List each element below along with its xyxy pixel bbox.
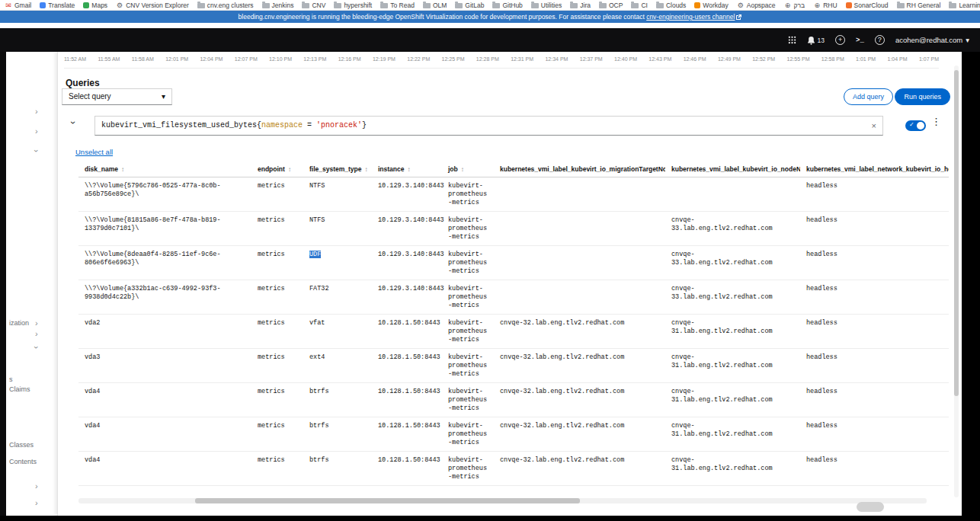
add-query-button[interactable]: Add query bbox=[844, 88, 893, 105]
cell-migration-target bbox=[494, 177, 665, 212]
bookmark-maps[interactable]: Maps bbox=[83, 2, 107, 9]
horizontal-scrollbar-track[interactable] bbox=[78, 498, 927, 503]
time-tick: 12:55 PM bbox=[787, 56, 810, 62]
nav-item[interactable]: › bbox=[6, 498, 57, 509]
bookmark-folder[interactable]: Jira bbox=[570, 2, 591, 9]
nav-item[interactable]: › bbox=[6, 343, 57, 353]
time-tick: 12:07 PM bbox=[235, 56, 258, 62]
bookmark-folder[interactable]: Utilities bbox=[531, 2, 562, 9]
promql-label: namespace bbox=[261, 121, 303, 129]
clear-query-icon[interactable]: × bbox=[872, 117, 876, 135]
time-tick: 12:16 PM bbox=[338, 56, 361, 62]
cell-instance: 10.129.3.140:8443 bbox=[372, 280, 442, 315]
bottom-edge bbox=[0, 516, 980, 521]
add-button[interactable]: + bbox=[835, 35, 845, 45]
bookmark-folder[interactable]: GitHub bbox=[492, 2, 522, 9]
scroll-indicator-pill[interactable] bbox=[857, 502, 884, 512]
nav-item-virtualization[interactable]: ization› bbox=[6, 318, 57, 329]
time-tick: 12:01 PM bbox=[165, 56, 188, 62]
nav-item[interactable]: › bbox=[6, 126, 57, 137]
bookmark-folder[interactable]: Clouds bbox=[656, 2, 686, 9]
query-expression-input[interactable]: kubevirt_vmi_filesystem_used_bytes{names… bbox=[94, 116, 883, 136]
nav-item[interactable]: › bbox=[6, 146, 57, 157]
cell-endpoint: metrics bbox=[251, 212, 303, 246]
bookmark-barak[interactable]: ⊕ברק bbox=[784, 2, 805, 9]
cell-instance: 10.128.1.50:8443 bbox=[372, 417, 442, 452]
bookmark-folder[interactable]: CI bbox=[631, 2, 648, 9]
nav-item[interactable]: › bbox=[6, 329, 57, 340]
column-header-headless-service[interactable]: kubernetes_vmi_label_network_kubevirt_io… bbox=[800, 163, 949, 177]
bookmark-folder[interactable]: OCP bbox=[599, 2, 623, 9]
cell-job: kubevirt-prometheus-metrics bbox=[442, 280, 494, 315]
bookmark-folder[interactable]: To Read bbox=[380, 2, 415, 9]
bookmark-sonarcloud[interactable]: SonarCloud bbox=[846, 2, 889, 9]
cell-headless: headless bbox=[800, 383, 949, 417]
cell-file-system-type: btrfs bbox=[303, 383, 372, 417]
chevron-right-icon: › bbox=[35, 329, 38, 338]
unselect-all-link[interactable]: Unselect all bbox=[75, 148, 113, 156]
chevron-right-icon: › bbox=[35, 318, 38, 328]
external-link-icon bbox=[736, 11, 741, 24]
bookmark-rhu[interactable]: ⊕RHU bbox=[813, 2, 837, 9]
cell-headless: headless bbox=[800, 177, 949, 212]
query-kebab-menu[interactable]: ⋮ bbox=[931, 116, 941, 127]
select-query-dropdown[interactable]: Select query ▾ bbox=[62, 88, 172, 105]
bookmark-folder[interactable]: OLM bbox=[423, 2, 447, 9]
notifications-button[interactable]: 13 bbox=[807, 36, 825, 45]
column-header-node-name[interactable]: kubernetes_vmi_label_kubevirt_io_nodeNam… bbox=[665, 163, 800, 177]
nav-item[interactable]: s bbox=[6, 375, 57, 385]
sort-icon[interactable]: ↕ bbox=[461, 166, 464, 173]
app-launcher-button[interactable] bbox=[788, 36, 796, 44]
bookmark-folder[interactable]: GitLab bbox=[455, 2, 484, 9]
bookmark-folder[interactable]: CNV bbox=[302, 2, 325, 9]
column-header-migration-target[interactable]: kubernetes_vmi_label_kubevirt_io_migrati… bbox=[494, 163, 665, 177]
bookmark-workday[interactable]: Workday bbox=[694, 2, 728, 9]
bookmark-label: cnv.eng clusters bbox=[207, 2, 254, 9]
banner-link[interactable]: cnv-engineering-users channel bbox=[646, 13, 735, 21]
bookmark-folder[interactable]: cnv.eng clusters bbox=[197, 2, 254, 9]
user-menu[interactable]: acohen@redhat.com▾ bbox=[895, 36, 969, 44]
browser-gap bbox=[0, 23, 980, 28]
bookmark-folder[interactable]: Learning bbox=[949, 2, 980, 9]
nav-item-contents[interactable]: Contents bbox=[6, 457, 57, 468]
sort-icon[interactable]: ↕ bbox=[288, 166, 291, 173]
promql-value: 'pnoracek' bbox=[316, 121, 362, 129]
bookmark-folder[interactable]: Jenkins bbox=[262, 2, 294, 9]
column-header-file-system-type[interactable]: file_system_type↕ bbox=[303, 163, 372, 177]
column-header-instance[interactable]: instance↕ bbox=[372, 163, 442, 177]
web-terminal-button[interactable]: >_ bbox=[856, 37, 864, 44]
gear-icon: ⚙ bbox=[737, 2, 745, 9]
bookmark-folder[interactable]: RH General bbox=[897, 2, 941, 9]
bell-icon bbox=[807, 36, 815, 45]
bookmark-cnv-version-explorer[interactable]: ⚙CNV Version Explorer bbox=[116, 2, 189, 9]
column-header-job[interactable]: job↕ bbox=[442, 163, 494, 177]
nav-item[interactable]: › bbox=[6, 481, 57, 492]
query-expand-chevron[interactable]: › bbox=[68, 121, 78, 124]
bookmark-aopspace[interactable]: ⚙Aopspace bbox=[737, 2, 776, 9]
query-enabled-toggle[interactable]: ✓ bbox=[905, 120, 926, 131]
bookmark-label: Translate bbox=[48, 2, 75, 9]
time-tick: 12:22 PM bbox=[407, 56, 430, 62]
chevron-down-icon: › bbox=[32, 346, 41, 349]
time-tick: 12:58 PM bbox=[821, 56, 844, 62]
column-header-endpoint[interactable]: endpoint↕ bbox=[251, 163, 303, 177]
run-queries-button[interactable]: Run queries bbox=[895, 88, 950, 105]
bookmark-folder[interactable]: hypershift bbox=[334, 2, 372, 9]
chevron-down-icon: › bbox=[32, 149, 41, 152]
horizontal-scrollbar-thumb[interactable] bbox=[195, 498, 580, 503]
bookmark-translate[interactable]: Translate bbox=[40, 2, 75, 9]
column-header-disk-name[interactable]: disk_name↕ bbox=[78, 163, 251, 177]
bookmark-gmail[interactable]: ✉Gmail bbox=[5, 2, 31, 9]
cell-disk-name: \\?\Volume{a332b1ac-c639-4992-93f3-9938d… bbox=[78, 280, 251, 315]
time-tick: 11:55 AM bbox=[98, 56, 120, 62]
nav-item-classes[interactable]: Classes bbox=[6, 440, 57, 451]
bookmark-label: GitLab bbox=[465, 2, 484, 9]
nav-item[interactable]: › bbox=[6, 107, 57, 117]
nav-item-claims[interactable]: Claims bbox=[6, 385, 57, 395]
sort-icon[interactable]: ↕ bbox=[408, 166, 411, 173]
help-button[interactable]: ? bbox=[875, 35, 885, 45]
sort-icon[interactable]: ↕ bbox=[121, 166, 124, 173]
folder-icon bbox=[631, 3, 639, 8]
vertical-scrollbar-thumb[interactable] bbox=[954, 70, 959, 396]
sort-icon[interactable]: ↕ bbox=[365, 166, 368, 173]
